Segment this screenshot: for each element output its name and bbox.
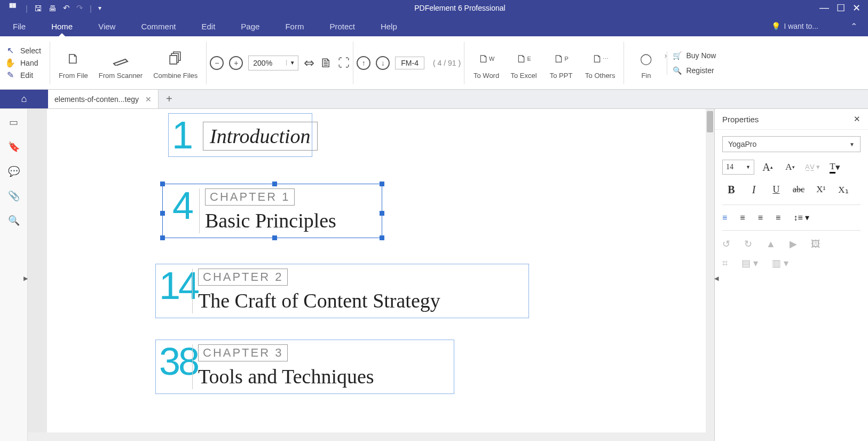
collapse-properties-button[interactable]: ◀	[714, 275, 719, 282]
bookmarks-icon[interactable]: 🔖	[8, 141, 20, 153]
minimize-button[interactable]: ―	[819, 2, 829, 14]
menu-edit[interactable]: Edit	[188, 16, 228, 36]
zoom-out-button[interactable]: −	[210, 56, 224, 70]
zoom-in-button[interactable]: +	[229, 56, 243, 70]
comments-icon[interactable]: 💬	[8, 166, 20, 177]
menu-file[interactable]: File	[0, 16, 38, 36]
selection-handle[interactable]	[380, 211, 384, 216]
toc-entry-chapter-3[interactable]: 38 CHAPTER 3 Tools and Techniques	[155, 340, 454, 394]
fit-page-button[interactable]: 🗎	[320, 56, 333, 70]
next-page-button[interactable]: ↓	[376, 56, 390, 70]
menu-bar: File Home View Comment Edit Page Form Pr…	[0, 16, 868, 36]
horizontal-scrollbar[interactable]	[28, 432, 714, 441]
line-spacing-button[interactable]: ↕≡ ▾	[793, 212, 809, 223]
undo-icon[interactable]: ↶	[63, 3, 70, 13]
align-right-button[interactable]: ≡	[758, 213, 763, 223]
bold-button[interactable]: B	[722, 182, 740, 197]
document-tab[interactable]: elements-of-conten...tegy ✕	[48, 90, 159, 108]
register-button[interactable]: 🔍Register	[673, 66, 716, 75]
selection-handle[interactable]	[160, 182, 165, 186]
find-button-truncated[interactable]: ◯Fin	[627, 46, 665, 80]
char-spacing-button[interactable]: A̲V̲ ▾	[803, 160, 822, 175]
scrollbar-thumb[interactable]	[707, 111, 713, 132]
to-others-button[interactable]: 🗋⋯To Others	[580, 46, 620, 80]
fit-width-button[interactable]: ⇔	[304, 56, 314, 70]
align-center-button[interactable]: ≡	[740, 213, 745, 223]
selection-handle[interactable]	[160, 235, 165, 240]
toc-entry-chapter-2[interactable]: 14 CHAPTER 2 The Craft of Content Strate…	[155, 264, 529, 318]
menu-form[interactable]: Form	[272, 16, 317, 36]
thumbnails-icon[interactable]: ▭	[9, 116, 18, 128]
menu-protect[interactable]: Protect	[317, 16, 368, 36]
selection-handle[interactable]	[272, 235, 277, 240]
print-icon[interactable]: 🖶	[49, 4, 57, 13]
attachments-icon[interactable]: 📎	[8, 190, 20, 202]
distribute-button[interactable]: ▥ ▾	[772, 257, 788, 269]
cart-icon: 🛒	[673, 51, 682, 60]
menu-page[interactable]: Page	[228, 16, 272, 36]
align-justify-button[interactable]: ≡	[776, 213, 780, 223]
selection-handle[interactable]	[380, 235, 384, 240]
search-icon[interactable]: 🔍	[8, 215, 20, 226]
menu-home[interactable]: Home	[38, 16, 85, 36]
subscript-button[interactable]: X₁	[834, 182, 853, 197]
flip-vertical-button[interactable]: ▲	[766, 239, 776, 250]
toc-page-number: 4	[163, 184, 192, 238]
shrink-font-button[interactable]: A▾	[781, 160, 799, 175]
expand-leftrail-button[interactable]: ▶	[23, 275, 28, 282]
selection-handle[interactable]	[380, 182, 384, 186]
actual-size-button[interactable]: ⛶	[338, 56, 350, 70]
toc-entry-intro[interactable]: 1 Introduction	[168, 113, 312, 157]
zoom-level-dropdown[interactable]: 200% ▼	[248, 56, 298, 70]
font-size-dropdown[interactable]: 14 ▼	[722, 160, 754, 175]
selection-handle[interactable]	[272, 182, 277, 186]
hand-mode-button[interactable]: ✋Hand	[4, 58, 41, 68]
menu-view[interactable]: View	[85, 16, 128, 36]
document-canvas[interactable]: 1 Introduction 4 CHAPTER 1 Basic Princip…	[28, 109, 714, 441]
align-left-button[interactable]: ≡	[722, 213, 727, 223]
flip-horizontal-button[interactable]: ▶	[790, 238, 797, 250]
rotate-left-button[interactable]: ↺	[722, 238, 730, 250]
home-tab[interactable]: ⌂	[0, 90, 48, 108]
tell-me-search[interactable]: 💡 I want to...	[771, 16, 840, 36]
grow-font-button[interactable]: A▴	[759, 160, 777, 175]
to-ppt-button[interactable]: 🗋PTo PPT	[542, 46, 580, 80]
to-excel-button[interactable]: 🗋ETo Excel	[505, 46, 542, 80]
align-objects-button[interactable]: ▤ ▾	[741, 257, 758, 269]
window-title: PDFelement 6 Professional	[108, 4, 812, 12]
underline-button[interactable]: U	[767, 182, 785, 197]
italic-button[interactable]: I	[745, 182, 763, 197]
collapse-ribbon-button[interactable]: ⌃	[840, 16, 868, 36]
close-panel-button[interactable]: ✕	[854, 114, 861, 124]
font-family-dropdown[interactable]: YogaPro ▼	[722, 136, 861, 152]
selection-handle[interactable]	[160, 211, 165, 216]
select-mode-button[interactable]: ↖Select	[4, 45, 41, 56]
menu-help[interactable]: Help	[368, 16, 410, 36]
toc-entry-chapter-1-selected[interactable]: 4 CHAPTER 1 Basic Principles	[162, 184, 382, 238]
buy-now-button[interactable]: 🛒Buy Now	[673, 51, 716, 60]
quick-access-toolbar: ▝▘ | 🖫 🖶 ↶ ↷ | ▾	[0, 3, 108, 13]
from-scanner-button[interactable]: From Scanner	[93, 46, 148, 80]
menu-comment[interactable]: Comment	[128, 16, 188, 36]
combine-files-button[interactable]: 🗍Combine Files	[148, 46, 203, 80]
strikethrough-button[interactable]: abc	[790, 182, 808, 197]
new-tab-button[interactable]: +	[159, 90, 180, 108]
close-tab-button[interactable]: ✕	[145, 95, 152, 104]
from-file-button[interactable]: 🗋From File	[53, 46, 93, 80]
crop-button[interactable]: ⌗	[722, 258, 728, 269]
edit-mode-button[interactable]: ✎Edit	[4, 70, 41, 80]
save-icon[interactable]: 🖫	[34, 4, 42, 13]
to-word-button[interactable]: 🗋WTo Word	[468, 46, 505, 80]
superscript-button[interactable]: X¹	[812, 182, 830, 197]
page-number-input[interactable]: FM-4	[395, 57, 424, 69]
app-logo-icon: ▝▘	[6, 3, 19, 13]
maximize-button[interactable]: ☐	[837, 2, 845, 14]
rotate-right-button[interactable]: ↻	[744, 238, 752, 250]
image-placeholder-icon[interactable]: 🖼	[811, 239, 820, 250]
redo-icon[interactable]: ↷	[76, 3, 83, 13]
close-button[interactable]: ✕	[853, 2, 861, 14]
prev-page-button[interactable]: ↑	[357, 56, 370, 70]
qat-more-icon[interactable]: ▾	[98, 4, 101, 12]
vertical-scrollbar[interactable]	[706, 109, 714, 441]
font-color-button[interactable]: T ▾	[826, 160, 844, 175]
